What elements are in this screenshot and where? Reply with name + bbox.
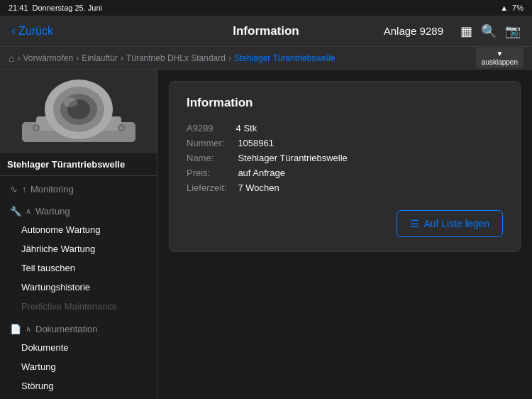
breadcrumb-sep-1: ›	[17, 53, 20, 63]
nav-bar: ‹ Zurück Information Anlage 9289 ▦ 🔍 📷	[0, 16, 532, 47]
collapse-label: ausklappen	[482, 58, 518, 66]
lieferzeit-value: 7 Wochen	[238, 182, 503, 193]
sidebar-item-predictive-maintenance: Predictive Maintenance	[7, 297, 150, 316]
collapse-button[interactable]: ▼ ausklappen	[476, 48, 523, 68]
sidebar-part-title: Stehlager Türantriebswelle	[0, 153, 157, 176]
sidebar-item-wartung-doc[interactable]: Wartung	[7, 357, 150, 376]
nav-title: Information	[233, 24, 299, 38]
back-button[interactable]: ‹ Zurück	[11, 23, 53, 38]
name-label: Name:	[187, 153, 226, 163]
breadcrumb-vorwarmofen[interactable]: Vorwärmofen	[23, 53, 73, 63]
time: 21:41	[9, 4, 28, 12]
sidebar-category-wartung[interactable]: 🔧 ∧ Wartung	[7, 202, 150, 220]
sidebar-item-autonome-wartung[interactable]: Autonome Wartung	[7, 220, 150, 239]
info-table: Nummer: 1058961 Name: Stehlager Türantri…	[187, 138, 503, 193]
sidebar-item-dokumente[interactable]: Dokumente	[7, 338, 150, 357]
date: Donnerstag 25. Juni	[33, 4, 102, 12]
auf-liste-label: Auf Liste legen	[423, 218, 489, 229]
home-icon[interactable]: ⌂	[9, 53, 14, 64]
part-image	[0, 70, 157, 153]
dokumentation-label: Dokumentation	[35, 324, 97, 334]
button-container: ☰ Auf Liste legen	[187, 210, 503, 237]
svg-point-9	[119, 126, 123, 130]
wifi-icon: ▲	[500, 4, 508, 12]
wartung-label: Wartung	[35, 206, 70, 217]
search-icon[interactable]: 🔍	[481, 23, 497, 39]
doc-expand-icon: ∧	[26, 324, 31, 334]
breadcrumb-sep-2: ›	[76, 53, 79, 63]
battery: 7%	[512, 4, 523, 12]
breadcrumb-einlauftur[interactable]: Einlauftür	[82, 53, 118, 63]
sidebar-category-monitoring[interactable]: ∿ ↑ Monitoring	[7, 180, 150, 198]
sidebar-item-wartungshistorie[interactable]: Wartungshistorie	[7, 278, 150, 297]
main-layout: Stehlager Türantriebswelle ∿ ↑ Monitorin…	[0, 70, 532, 399]
breadcrumb-sep-4: ›	[228, 53, 231, 63]
sidebar-category-monitoring-label: ↑	[22, 185, 26, 195]
nav-right: Anlage 9289 ▦ 🔍 📷	[384, 23, 521, 39]
status-bar-right: ▲ 7%	[500, 4, 523, 12]
breadcrumb-sep-3: ›	[121, 53, 123, 63]
lieferzeit-label: Lieferzeit:	[187, 182, 226, 193]
sidebar-item-jahrliche-wartung[interactable]: Jährliche Wartung	[7, 239, 150, 258]
info-row-a9289: A9289 4 Stk	[187, 123, 503, 133]
sidebar-item-teil-tauschen[interactable]: Teil tauschen	[7, 258, 150, 278]
breadcrumb: ⌂ › Vorwärmofen › Einlauftür › Türantrie…	[0, 47, 532, 70]
svg-point-7	[34, 126, 38, 130]
chart-icon[interactable]: ▦	[460, 23, 472, 39]
chevron-down-icon: ▼	[496, 50, 503, 58]
preis-value: auf Anfrage	[238, 168, 503, 178]
status-bar: 21:41 Donnerstag 25. Juni ▲ 7%	[0, 0, 532, 16]
a9289-label: A9289	[187, 123, 214, 133]
name-value: Stehlager Türantriebswelle	[238, 153, 503, 163]
doc-icon: 📄	[10, 324, 21, 334]
camera-icon[interactable]: 📷	[505, 23, 521, 39]
back-chevron-icon: ‹	[11, 23, 16, 38]
monitoring-wave-icon: ∿	[10, 184, 18, 195]
sidebar-section-dokumentation: 📄 ∧ Dokumentation Dokumente Wartung Stör…	[0, 320, 157, 399]
sidebar-section-monitoring: ∿ ↑ Monitoring	[0, 176, 157, 202]
info-card: Information A9289 4 Stk Nummer: 1058961 …	[169, 81, 521, 252]
svg-point-10	[63, 97, 77, 107]
breadcrumb-turantrieb[interactable]: Türantrieb DHLx Standard	[126, 53, 226, 63]
sidebar: Stehlager Türantriebswelle ∿ ↑ Monitorin…	[0, 70, 157, 399]
list-icon: ☰	[410, 218, 419, 229]
monitoring-label: Monitoring	[31, 184, 74, 195]
back-label: Zurück	[18, 25, 53, 38]
content-area: Information A9289 4 Stk Nummer: 1058961 …	[157, 70, 532, 399]
auf-liste-button[interactable]: ☰ Auf Liste legen	[397, 210, 503, 237]
status-bar-left: 21:41 Donnerstag 25. Juni	[9, 4, 102, 12]
a9289-value: 4 Stk	[236, 123, 257, 133]
wartung-expand-icon: ∧	[26, 207, 31, 216]
breadcrumb-current: Stehlager Türantriebswelle	[234, 53, 336, 63]
preis-label: Preis:	[187, 168, 226, 178]
nummer-label: Nummer:	[187, 138, 226, 148]
nummer-value: 1058961	[238, 138, 503, 148]
wrench-icon: 🔧	[10, 206, 21, 217]
sidebar-item-storung[interactable]: Störung	[7, 376, 150, 395]
sidebar-category-dokumentation[interactable]: 📄 ∧ Dokumentation	[7, 320, 150, 338]
info-card-title: Information	[187, 96, 503, 110]
sidebar-section-wartung: 🔧 ∧ Wartung Autonome Wartung Jährliche W…	[0, 202, 157, 320]
anlage-label: Anlage 9289	[384, 25, 443, 37]
